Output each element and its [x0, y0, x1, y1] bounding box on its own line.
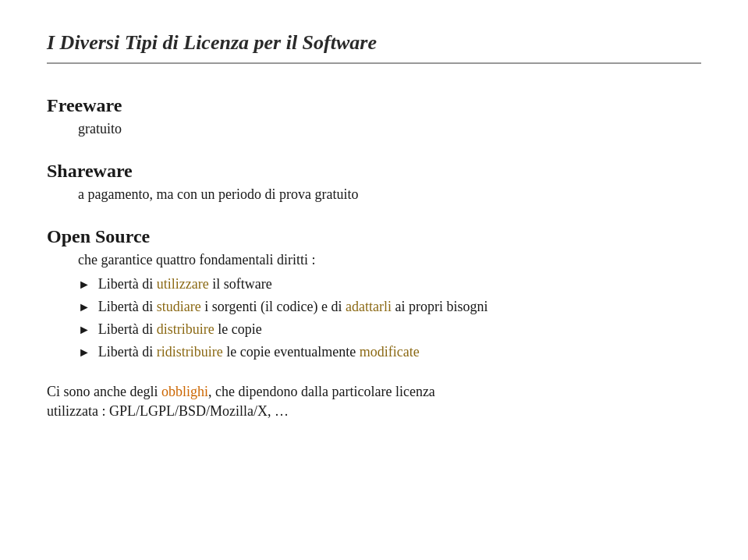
bullet-item-1: ► Libertà di utilizzare il software [78, 276, 701, 292]
shareware-section: Shareware a pagamento, ma con un periodo… [47, 161, 701, 203]
bullet-item-4: ► Libertà di ridistribuire le copie even… [78, 344, 701, 360]
freeware-heading: Freeware [47, 95, 701, 116]
bullet-text-3: Libertà di distribuire le copie [98, 321, 262, 338]
freeware-subtext: gratuito [78, 121, 701, 137]
obligations-section: Ci sono anche degli obblighi, che dipend… [47, 384, 701, 420]
opensource-heading: Open Source [47, 226, 701, 247]
bullet-arrow-1: ► [78, 278, 90, 292]
bullet-text-1: Libertà di utilizzare il software [98, 276, 272, 292]
bullet-arrow-3: ► [78, 323, 90, 337]
ridistribuire-link[interactable]: ridistribuire [157, 344, 223, 360]
opensource-bullets: ► Libertà di utilizzare il software ► Li… [78, 276, 701, 360]
utilizzare-link[interactable]: utilizzare [157, 276, 209, 292]
bullet-text-2: Libertà di studiare i sorgenti (il codic… [98, 299, 488, 315]
license-line: utilizzata : GPL/LGPL/BSD/Mozilla/X, … [47, 403, 701, 420]
shareware-subtext: a pagamento, ma con un periodo di prova … [78, 186, 701, 203]
page-title: I Diversi Tipi di Licenza per il Softwar… [47, 31, 701, 55]
adattarli-link[interactable]: adattarli [346, 299, 392, 314]
opensource-section: Open Source che garantice quattro fondam… [47, 226, 701, 360]
freeware-section: Freeware gratuito [47, 95, 701, 137]
bullet-arrow-2: ► [78, 300, 90, 314]
title-divider [47, 62, 701, 64]
opensource-subtext: che garantice quattro fondamentali dirit… [78, 252, 701, 268]
distribuire-link[interactable]: distribuire [157, 321, 214, 337]
bullet-arrow-4: ► [78, 346, 90, 360]
obligations-text: Ci sono anche degli obblighi, che dipend… [47, 384, 701, 400]
shareware-heading: Shareware [47, 161, 701, 182]
bullet-text-4: Libertà di ridistribuire le copie eventu… [98, 344, 420, 360]
studiare-link[interactable]: studiare [157, 299, 201, 314]
bullet-item-3: ► Libertà di distribuire le copie [78, 321, 701, 338]
bullet-item-2: ► Libertà di studiare i sorgenti (il cod… [78, 299, 701, 315]
modificate-link[interactable]: modificate [360, 344, 420, 360]
obblighi-text: obblighi [161, 384, 208, 399]
